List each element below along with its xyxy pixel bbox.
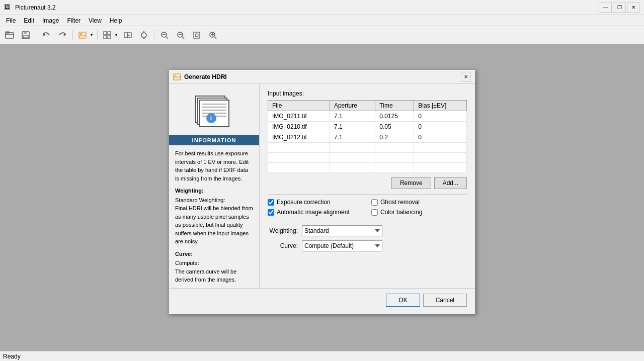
- menu-bar: File Edit Image Filter View Help: [0, 15, 644, 26]
- table-row-empty-3: [268, 163, 467, 173]
- svg-rect-12: [108, 36, 111, 39]
- open-button[interactable]: [2, 28, 17, 42]
- svg-rect-25: [194, 32, 200, 38]
- table-row[interactable]: IMG_0211.tif 7.1 0.0125 0: [268, 111, 467, 122]
- svg-line-24: [182, 37, 184, 39]
- paper-line-2: [202, 107, 226, 108]
- toolbar-sep-1: [36, 30, 36, 40]
- exposure-correction-checkbox[interactable]: [268, 199, 274, 206]
- curve-select[interactable]: Compute (Default) sRGB Linear Log: [302, 240, 382, 251]
- zoom-reduce-button[interactable]: [157, 28, 172, 42]
- cell-aperture-1: 7.1: [330, 122, 375, 132]
- export-split-btn[interactable]: ▾: [75, 28, 95, 43]
- remove-button[interactable]: Remove: [391, 177, 431, 189]
- dialog-body: i INFORMATION For best results use expos…: [169, 84, 475, 288]
- col-time: Time: [375, 101, 414, 111]
- table-row-empty-1: [268, 143, 467, 153]
- cell-aperture-2: 7.1: [330, 132, 375, 143]
- col-file: File: [268, 101, 330, 111]
- merge-button[interactable]: [120, 28, 135, 42]
- empty-cell: [268, 153, 330, 163]
- view-arrow[interactable]: ▾: [114, 28, 119, 42]
- toolbar-sep-4: [154, 30, 154, 40]
- dialog-footer: OK Cancel: [169, 288, 475, 314]
- export-arrow[interactable]: ▾: [89, 28, 94, 42]
- exposure-correction-label: Exposure correction: [277, 199, 331, 206]
- paper-layer-front: [199, 100, 229, 127]
- menu-file[interactable]: File: [2, 16, 20, 25]
- toolbar-sep-3: [97, 30, 98, 40]
- dialog-close-button[interactable]: ✕: [461, 72, 471, 82]
- cell-bias-1: 0: [414, 122, 467, 132]
- info-text: For best results use exposure intervals …: [169, 145, 259, 288]
- color-balancing-label: Color balancing: [380, 209, 422, 216]
- redo-button[interactable]: [55, 28, 70, 42]
- view-split-btn[interactable]: ▾: [100, 28, 119, 43]
- menu-edit[interactable]: Edit: [20, 16, 38, 25]
- auto-alignment-checkbox[interactable]: [268, 209, 274, 216]
- curve-label: Curve:: [268, 242, 298, 249]
- svg-point-16: [141, 33, 146, 38]
- view-main-btn[interactable]: [101, 28, 114, 42]
- menu-filter[interactable]: Filter: [63, 16, 85, 25]
- undo-button[interactable]: [39, 28, 54, 42]
- zoom-fit-button[interactable]: [189, 28, 204, 42]
- col-aperture: Aperture: [330, 101, 375, 111]
- dialog-left-panel: i INFORMATION For best results use expos…: [169, 84, 260, 288]
- table-row[interactable]: IMG_0212.tif 7.1 0.2 0: [268, 132, 467, 143]
- info-badge: i: [206, 113, 216, 123]
- dialog-title: Generate HDRI: [184, 73, 461, 80]
- ghost-removal-checkbox[interactable]: [371, 199, 378, 206]
- ok-button[interactable]: OK: [386, 294, 420, 307]
- cancel-button[interactable]: Cancel: [423, 294, 467, 307]
- export-main-btn[interactable]: [76, 28, 89, 42]
- tone-button[interactable]: [136, 28, 151, 42]
- svg-rect-4: [23, 36, 28, 38]
- svg-rect-11: [104, 36, 107, 39]
- color-balancing-checkbox[interactable]: [371, 209, 378, 216]
- maximize-button[interactable]: ❐: [613, 3, 626, 13]
- add-button[interactable]: Add...: [434, 177, 467, 189]
- menu-help[interactable]: Help: [106, 16, 126, 25]
- empty-cell: [414, 163, 467, 173]
- status-text: Ready: [3, 353, 21, 360]
- close-button[interactable]: ✕: [627, 3, 640, 13]
- empty-cell: [375, 163, 414, 173]
- window-controls: — ❐ ✕: [599, 3, 640, 13]
- weighting-info-text: Standard Weighting:Final HDRI will be bl…: [175, 197, 253, 245]
- exposure-correction-item: Exposure correction: [268, 199, 363, 206]
- menu-image[interactable]: Image: [38, 16, 63, 25]
- main-area: Generate HDRI ✕: [0, 44, 644, 351]
- minimize-button[interactable]: —: [599, 3, 612, 13]
- cell-file-0: IMG_0211.tif: [268, 111, 330, 122]
- generate-hdri-dialog: Generate HDRI ✕: [169, 69, 475, 314]
- save-button[interactable]: [18, 28, 33, 42]
- curve-info-title: Curve:: [175, 250, 253, 258]
- table-row[interactable]: IMG_0210.tif 7.1 0.05 0: [268, 122, 467, 132]
- table-header: File Aperture Time Bias [±EV]: [268, 101, 467, 111]
- app-icon: 🖼: [4, 4, 12, 12]
- cell-bias-2: 0: [414, 132, 467, 143]
- ghost-removal-label: Ghost removal: [380, 199, 420, 206]
- cell-file-2: IMG_0212.tif: [268, 132, 330, 143]
- weighting-label: Weighting:: [268, 227, 298, 234]
- zoom-minus-button[interactable]: [173, 28, 188, 42]
- table-buttons: Remove Add...: [268, 177, 467, 189]
- curve-row: Curve: Compute (Default) sRGB Linear Log: [268, 240, 467, 251]
- empty-cell: [330, 143, 375, 153]
- paper-line-1: [202, 104, 226, 105]
- empty-cell: [268, 143, 330, 153]
- svg-rect-9: [104, 32, 107, 35]
- table-row-empty-2: [268, 153, 467, 163]
- weighting-select[interactable]: Standard Average Plateau Luminance: [302, 225, 382, 236]
- svg-point-26: [195, 34, 198, 37]
- info-general-text: For best results use exposure intervals …: [175, 150, 249, 182]
- ghost-removal-item: Ghost removal: [371, 199, 467, 206]
- input-images-label: Input images:: [268, 90, 467, 97]
- empty-cell: [375, 153, 414, 163]
- dialog-icon: [173, 73, 181, 81]
- svg-line-21: [166, 37, 168, 39]
- curve-info-text: Compute:The camera curve will be derived…: [175, 260, 236, 283]
- menu-view[interactable]: View: [85, 16, 106, 25]
- zoom-custom-button[interactable]: [205, 28, 220, 42]
